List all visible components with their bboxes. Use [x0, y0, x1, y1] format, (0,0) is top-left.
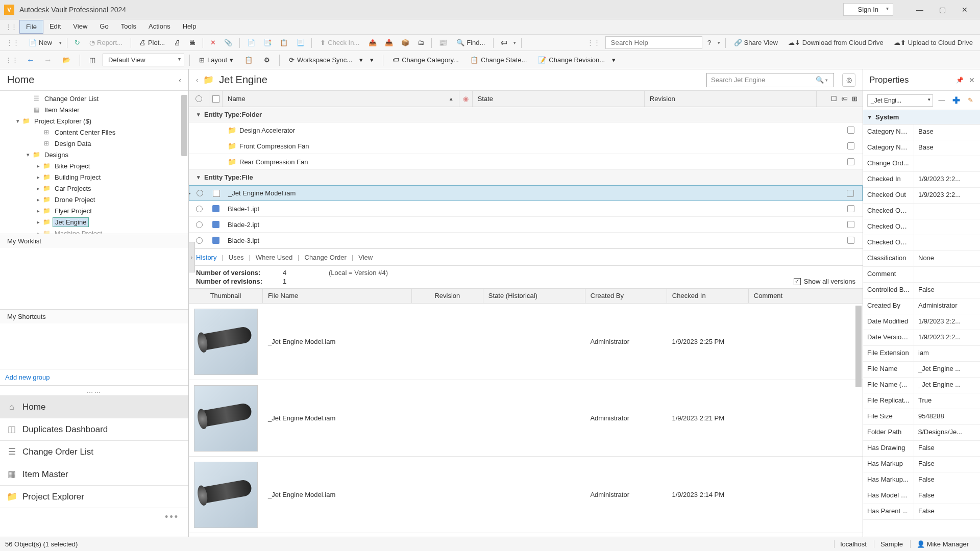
- change-revision-button[interactable]: 📝 Change Revision...: [534, 54, 609, 66]
- change-rev-dropdown[interactable]: ▾: [612, 56, 616, 64]
- property-row[interactable]: Category Na...Base: [863, 124, 980, 140]
- plot-button[interactable]: 🖨 Plot...: [135, 37, 169, 48]
- checkout1-button[interactable]: 📤: [365, 37, 380, 48]
- tree-item[interactable]: ⊞Content Center Files: [0, 127, 188, 138]
- delete-button[interactable]: ✕: [207, 37, 219, 48]
- property-row[interactable]: Category Na...Base: [863, 140, 980, 156]
- property-row[interactable]: Has DrawingFalse: [863, 441, 980, 457]
- file-row[interactable]: Blade-2.ipt: [189, 217, 863, 233]
- property-row[interactable]: Has Parent ...False: [863, 504, 980, 520]
- remove-prop-button[interactable]: —: [936, 95, 947, 106]
- history-row[interactable]: _Jet Engine Model.iamAdministrator1/9/20…: [189, 304, 863, 380]
- tab-where-used[interactable]: Where Used: [256, 254, 292, 261]
- menu-go[interactable]: Go: [93, 20, 114, 34]
- menu-edit[interactable]: Edit: [43, 20, 67, 34]
- col-name[interactable]: Name▲: [223, 91, 459, 107]
- property-row[interactable]: Checked Ou...: [863, 235, 980, 251]
- tool-a-button[interactable]: 📋: [240, 54, 257, 66]
- tree-scrollbar[interactable]: [181, 95, 187, 156]
- property-row[interactable]: File Name (..._Jet Engine ...: [863, 378, 980, 393]
- prop-group-system[interactable]: ▾ System: [863, 110, 980, 124]
- tree-item[interactable]: ▸📁Car Projects: [0, 183, 188, 194]
- select-all-checkbox[interactable]: [189, 91, 209, 107]
- view-select[interactable]: Default View: [103, 54, 184, 66]
- property-row[interactable]: Folder Path$/Designs/Je...: [863, 425, 980, 441]
- checkin-button[interactable]: ⬆ Check In...: [316, 37, 363, 48]
- property-row[interactable]: Checked In1/9/2023 2:2...: [863, 172, 980, 188]
- col-state[interactable]: State: [473, 91, 645, 107]
- file-row[interactable]: Blade-1.ipt: [189, 201, 863, 217]
- filter-button[interactable]: 🏷: [498, 37, 510, 48]
- tree-item[interactable]: ▸📁Bike Project: [0, 160, 188, 171]
- folder-row[interactable]: 📁Front Compression Fan: [189, 138, 863, 154]
- property-row[interactable]: Comment: [863, 267, 980, 283]
- property-row[interactable]: Controlled B...False: [863, 283, 980, 298]
- checkout3-button[interactable]: 📦: [398, 37, 412, 48]
- history-row[interactable]: _Jet Engine Model.iamAdministrator1/9/20…: [189, 457, 863, 533]
- shortcuts-section[interactable]: My Shortcuts: [0, 309, 188, 323]
- property-row[interactable]: File Extensioniam: [863, 346, 980, 362]
- file-row[interactable]: ▸_Jet Engine Model.iam: [189, 185, 863, 201]
- property-row[interactable]: File Name_Jet Engine ...: [863, 362, 980, 378]
- tree-item[interactable]: ▸📁Drone Project: [0, 194, 188, 205]
- change-state-button[interactable]: 📋 Change State...: [466, 54, 531, 66]
- close-panel-icon[interactable]: ✕: [969, 76, 975, 84]
- property-row[interactable]: Date Version...1/9/2023 2:2...: [863, 330, 980, 346]
- tree-item[interactable]: ⊞Design Data: [0, 138, 188, 149]
- status-col-icon[interactable]: ◉: [459, 91, 473, 107]
- back-button[interactable]: ←: [23, 54, 38, 66]
- hcol-state[interactable]: State (Historical): [483, 289, 585, 303]
- edit-prop-button[interactable]: ✎: [965, 95, 976, 106]
- tree-item[interactable]: ▸📁Jet Engine: [0, 216, 188, 228]
- new-button[interactable]: 📄 New: [24, 37, 56, 48]
- attach-button[interactable]: 📎: [221, 37, 235, 48]
- checkout4-button[interactable]: 🗂: [414, 37, 427, 48]
- workspace-dropdown[interactable]: ▾: [359, 56, 363, 64]
- tab-uses[interactable]: Uses: [229, 254, 244, 261]
- file-row[interactable]: Blade-3.ipt: [189, 233, 863, 248]
- property-row[interactable]: File Replicat...True: [863, 393, 980, 409]
- type-col-icon[interactable]: [209, 91, 223, 107]
- pin-icon[interactable]: 📌: [956, 77, 964, 84]
- hcol-comment[interactable]: Comment: [749, 289, 863, 303]
- col-tail-icons[interactable]: ☐🏷⊞: [817, 91, 863, 107]
- tree-item[interactable]: ▾📁Project Explorer ($): [0, 115, 188, 127]
- report-button[interactable]: ◔ Report...: [85, 37, 127, 48]
- tab-change-order[interactable]: Change Order: [305, 254, 347, 261]
- property-row[interactable]: Checked Ou...: [863, 204, 980, 219]
- download-cloud-button[interactable]: ☁⬇ Download from Cloud Drive: [784, 37, 888, 48]
- doc3-button[interactable]: 📋: [277, 37, 291, 48]
- search-icon[interactable]: 🔍: [816, 76, 824, 84]
- menu-tools[interactable]: Tools: [115, 20, 142, 34]
- close-button[interactable]: ✕: [953, 3, 976, 17]
- add-prop-button[interactable]: ✚: [950, 95, 962, 106]
- show-all-versions-checkbox[interactable]: ✓: [794, 278, 801, 285]
- tree-item[interactable]: ▸📁Flyer Project: [0, 205, 188, 216]
- tree-item[interactable]: ▾📁Designs: [0, 149, 188, 160]
- nav-duplicates-dashboard[interactable]: ◫Duplicates Dashboard: [0, 418, 188, 440]
- group-folders[interactable]: ▾Entity Type:Folder: [189, 107, 863, 122]
- new-dropdown[interactable]: ▾: [58, 40, 63, 45]
- col-revision[interactable]: Revision: [645, 91, 817, 107]
- tool-b-button[interactable]: ⚙: [260, 54, 274, 66]
- menu-actions[interactable]: Actions: [142, 20, 177, 34]
- menu-help[interactable]: Help: [177, 20, 203, 34]
- hcol-thumb[interactable]: Thumbnail: [189, 289, 263, 303]
- doc4-button[interactable]: 📃: [293, 37, 307, 48]
- layout-button[interactable]: ⊞ Layout ▾: [195, 54, 237, 66]
- search-help-input[interactable]: [605, 36, 702, 49]
- group-files[interactable]: ▾Entity Type:File: [189, 170, 863, 185]
- add-group-link[interactable]: Add new group: [0, 369, 188, 385]
- property-row[interactable]: Has Markup...False: [863, 472, 980, 488]
- checkout2-button[interactable]: 📥: [382, 37, 396, 48]
- menu-view[interactable]: View: [67, 20, 93, 34]
- nav-change-order-list[interactable]: ☰Change Order List: [0, 440, 188, 463]
- property-row[interactable]: ClassificationNone: [863, 251, 980, 267]
- print-button[interactable]: 🖨: [171, 37, 184, 48]
- nav-home[interactable]: ⌂Home: [0, 395, 188, 418]
- workspace-sync-button[interactable]: ⟳ Workspace Sync...: [285, 54, 356, 66]
- layout-toggle[interactable]: ◫: [85, 54, 100, 66]
- tree-item[interactable]: ▦Item Master: [0, 104, 188, 115]
- property-row[interactable]: Date Modified1/9/2023 2:2...: [863, 314, 980, 330]
- folder-row[interactable]: 📁Design Accelerator: [189, 122, 863, 138]
